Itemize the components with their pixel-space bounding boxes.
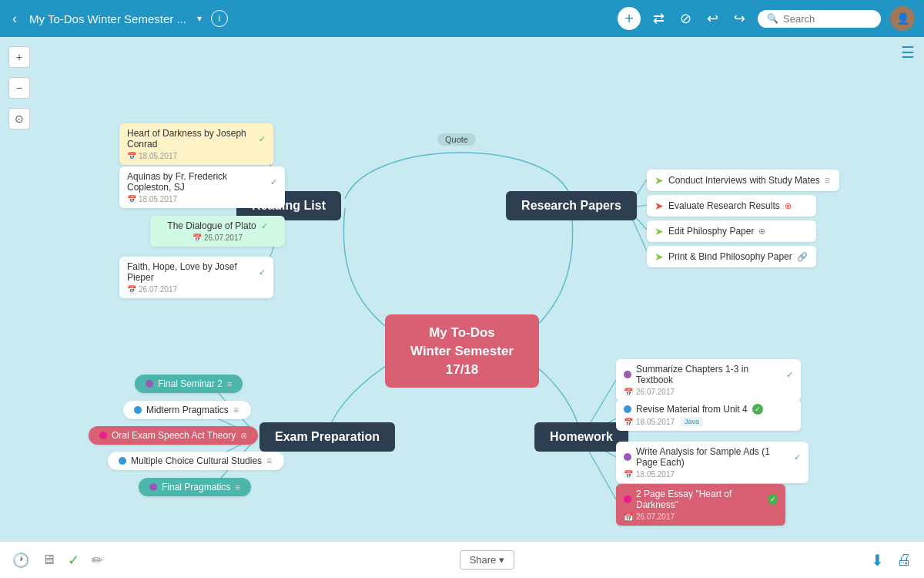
avatar[interactable]: 👤 — [890, 6, 915, 31]
rp-item-1[interactable]: ➤ Conduct Interviews with Study Mates ≡ — [647, 170, 839, 191]
rp-item-3-title: Edit Philosphy Paper — [668, 226, 754, 237]
rp-item-2-title: Evaluate Research Results — [668, 200, 780, 211]
rp-item-4-title: Print & Bind Philosophy Paper — [668, 251, 792, 262]
arrow-icon-2: ➤ — [654, 200, 664, 212]
hw-item-2[interactable]: Revise Material from Unit 4 ✓ 📅 18.05.20… — [616, 399, 801, 431]
homework-node[interactable]: Homework — [534, 422, 628, 452]
share-icon[interactable]: ⇄ — [653, 10, 665, 27]
history-icon[interactable]: 🕐 — [12, 552, 29, 569]
hw-item-3-title: Write Analysis for Sample Ads (1 Page Ea… — [636, 446, 789, 468]
reading-card-1-date: 18.05.2017 — [139, 152, 177, 160]
header: ‹ My To-Dos Winter Semester ... ▾ i + ⇄ … — [0, 0, 924, 37]
options-icon-3[interactable]: ⊕ — [758, 227, 765, 237]
hw-check-4: ✓ — [768, 494, 778, 505]
reading-card-2-title: Aquinas by Fr. Frederick Copleston, SJ — [127, 171, 270, 193]
menu-button[interactable]: ☰ — [901, 44, 915, 61]
right-sidebar: ☰ — [901, 43, 915, 62]
check-icon: ✓ — [259, 134, 266, 144]
check-icon-3: ✓ — [261, 221, 268, 231]
display-icon[interactable]: 🖥 — [42, 552, 55, 568]
hw-date-4: 26.07.2017 — [636, 512, 675, 521]
ban-icon[interactable]: ⊘ — [680, 10, 691, 27]
hw-cal-3: 📅 — [624, 470, 633, 479]
exam-item-4[interactable]: Multiple Choice Cultural Studies ≡ — [108, 452, 284, 470]
dot-4 — [119, 457, 126, 465]
reading-card-1[interactable]: Heart of Darkness by Joseph Conrad ✓ 📅 1… — [119, 123, 273, 165]
hw-item-3[interactable]: Write Analysis for Sample Ads (1 Page Ea… — [616, 442, 808, 483]
hw-dot-4 — [624, 496, 631, 503]
search-icon: 🔍 — [767, 13, 778, 24]
menu-dots-1[interactable]: ≡ — [825, 175, 832, 186]
arrow-icon-1: ➤ — [654, 174, 664, 187]
hw-item-4[interactable]: 2 Page Essay "Heart of Darkness" ✓ 📅 26.… — [616, 484, 785, 526]
center-button[interactable]: ⊙ — [8, 108, 30, 129]
bottom-toolbar: 🕐 🖥 ✓ ✏ Share ▾ ⬇ 🖨 — [0, 541, 924, 578]
exam-item-5[interactable]: Final Pragmatics ≡ — [139, 478, 251, 496]
share-arrow-icon: ▾ — [499, 554, 504, 566]
menu-icon-3[interactable]: ⊗ — [240, 431, 247, 441]
hw-check-2: ✓ — [752, 404, 763, 415]
hw-item-1[interactable]: Summarize Chapters 1-3 in Textbook ✓ 📅 2… — [616, 359, 801, 401]
java-tag: Java — [681, 417, 703, 426]
menu-icon-1[interactable]: ≡ — [227, 379, 232, 388]
menu-icon-4[interactable]: ≡ — [266, 455, 273, 466]
title-chevron-icon[interactable]: ▾ — [197, 13, 202, 24]
rp-item-4[interactable]: ➤ Print & Bind Philosophy Paper 🔗 — [647, 246, 816, 267]
reading-card-3-date: 26.07.2017 — [204, 234, 243, 242]
exam-item-2-title: Midterm Pragmatics — [146, 405, 229, 415]
add-button[interactable]: + — [618, 7, 641, 30]
calendar-icon-4: 📅 — [127, 285, 136, 294]
menu-icon-5[interactable]: ≡ — [235, 482, 239, 492]
redo-icon[interactable]: ↪ — [734, 10, 745, 27]
mind-map-canvas: My To-Dos Winter Semester 17/18 Reading … — [0, 37, 924, 541]
rp-item-3[interactable]: ➤ Edit Philosphy Paper ⊕ — [647, 220, 816, 242]
check-icon-4: ✓ — [259, 267, 266, 277]
menu-icon-2[interactable]: ≡ — [233, 405, 240, 415]
exam-item-1[interactable]: Final Seminar 2 ≡ — [135, 375, 243, 393]
search-input[interactable] — [783, 13, 875, 25]
homework-label: Homework — [550, 430, 613, 443]
zoom-in-button[interactable]: + — [8, 46, 30, 68]
exam-item-4-title: Multiple Choice Cultural Studies — [131, 455, 262, 466]
zoom-out-button[interactable]: − — [8, 77, 30, 99]
hw-dot-1 — [624, 371, 631, 378]
back-button[interactable]: ‹ — [9, 8, 20, 30]
reading-card-2[interactable]: Aquinas by Fr. Frederick Copleston, SJ ✓… — [119, 166, 285, 208]
print-icon[interactable]: 🖨 — [896, 551, 912, 569]
hw-dot-2 — [624, 405, 631, 413]
rp-item-1-title: Conduct Interviews with Study Mates — [668, 175, 820, 186]
calendar-icon: 📅 — [127, 152, 136, 160]
reading-card-1-title: Heart of Darkness by Joseph Conrad — [127, 128, 259, 150]
undo-icon[interactable]: ↩ — [707, 10, 718, 27]
check-icon[interactable]: ✓ — [68, 552, 79, 569]
search-bar[interactable]: 🔍 — [758, 10, 881, 28]
dot-5 — [149, 483, 157, 491]
research-papers-node[interactable]: Research Papers — [506, 191, 637, 220]
reading-card-4[interactable]: Faith, Hope, Love by Josef Pieper ✓ 📅 26… — [119, 257, 273, 298]
info-button[interactable]: i — [211, 10, 228, 27]
download-icon[interactable]: ⬇ — [871, 551, 884, 570]
hw-item-4-title: 2 Page Essay "Heart of Darkness" — [636, 489, 763, 510]
hw-check-1: ✓ — [786, 370, 793, 380]
arrow-icon-4: ➤ — [654, 250, 664, 263]
hw-dot-3 — [624, 453, 631, 461]
reading-card-2-date: 18.05.2017 — [139, 195, 177, 203]
arrow-icon-3: ➤ — [654, 225, 664, 237]
rp-item-2[interactable]: ➤ Evaluate Research Results ⊗ — [647, 195, 816, 217]
edit-icon[interactable]: ✏ — [92, 552, 103, 569]
center-node[interactable]: My To-Dos Winter Semester 17/18 — [385, 314, 539, 388]
exam-prep-node[interactable]: Exam Preparation — [259, 422, 395, 452]
quote-label: Quote — [437, 133, 476, 146]
warning-icon: ⊗ — [785, 201, 792, 211]
reading-card-3[interactable]: The Dialogue of Plato ✓ 📅 26.07.2017 — [150, 216, 285, 247]
exam-item-1-title: Final Seminar 2 — [158, 378, 223, 389]
exam-item-3[interactable]: Oral Exam Speech Act Theory ⊗ — [89, 426, 258, 445]
hw-item-2-title: Revise Material from Unit 4 — [636, 404, 748, 415]
hw-cal-2: 📅 — [624, 418, 633, 426]
research-papers-label: Research Papers — [521, 199, 621, 212]
exam-item-2[interactable]: Midterm Pragmatics ≡ — [123, 401, 251, 419]
share-button[interactable]: Share ▾ — [460, 550, 515, 570]
left-sidebar: + − ⊙ — [0, 37, 38, 541]
calendar-icon-2: 📅 — [127, 195, 136, 203]
hw-cal-4: 📅 — [624, 512, 633, 521]
